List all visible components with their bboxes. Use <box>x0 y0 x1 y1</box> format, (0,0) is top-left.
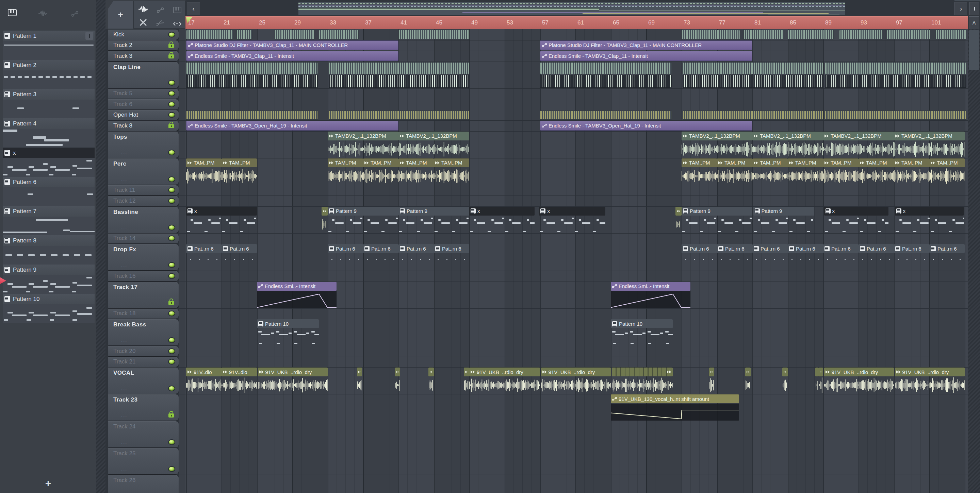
pattern-clip[interactable]: x <box>895 207 964 233</box>
pattern-clip[interactable]: Pat..rn 6 <box>363 244 398 270</box>
pattern-clip[interactable]: Pat..rn 6 <box>328 244 363 270</box>
slide-tool-icon[interactable] <box>154 18 166 28</box>
pattern-clip[interactable]: Pattern 9 <box>398 207 469 233</box>
pattern-strip-clip[interactable] <box>825 111 966 120</box>
pattern-item-pattern-2[interactable]: Pattern 2 <box>3 60 95 89</box>
pattern-clip[interactable]: x <box>469 207 535 233</box>
scroll-left-button[interactable]: ‹ <box>187 2 200 15</box>
mute-led[interactable] <box>168 101 175 107</box>
scroll-up-button[interactable]: ˄ <box>969 16 979 29</box>
vertical-scroll-area[interactable] <box>968 29 980 493</box>
scroll-right-button[interactable]: › <box>955 2 967 15</box>
track-header-kick[interactable]: Kick <box>108 30 179 40</box>
corner-marker-button[interactable] <box>969 2 979 15</box>
vertical-scrollbar-thumb[interactable] <box>969 30 979 70</box>
clap-pattern-clip[interactable] <box>825 62 966 74</box>
lock-icon[interactable] <box>169 414 174 417</box>
mute-led[interactable] <box>168 150 175 155</box>
pattern-clip[interactable]: Pat..rn 6 <box>682 244 717 270</box>
audio-clip[interactable]: 91V_UKB_..rdio_dry <box>258 368 328 394</box>
audio-clip[interactable]: 91V..dio <box>221 368 257 394</box>
clap-transients-clip[interactable] <box>329 75 469 88</box>
pattern-item-pattern-10[interactable]: Pattern 10 <box>3 294 95 323</box>
pattern-clip[interactable]: x <box>539 207 605 233</box>
audio-slice-clip[interactable] <box>745 368 751 394</box>
audio-clip[interactable]: TAM..PM <box>434 159 469 185</box>
add-pattern-button[interactable]: + <box>0 474 96 493</box>
pattern-strip-clip[interactable] <box>540 111 672 120</box>
pattern-clip[interactable]: Pat..rn 6 <box>823 244 859 270</box>
audio-clip[interactable]: TAMBV2_..1_132BPM <box>398 132 469 158</box>
automation-clip[interactable]: Endless Smi..- Intensit <box>257 282 337 308</box>
audio-slice-clip[interactable] <box>464 368 469 394</box>
audio-clip[interactable]: TAM..PM <box>398 159 434 185</box>
mute-led[interactable] <box>168 187 175 193</box>
mute-led[interactable] <box>168 225 175 230</box>
track-header-track-16[interactable]: Track 16 <box>108 271 179 281</box>
pattern-item-pattern-3[interactable]: Pattern 3 <box>3 89 95 118</box>
clap-transients-clip[interactable] <box>682 75 823 88</box>
automation-link-clip[interactable]: Endless Smile - TAMBV3_Clap_11 - Intensi… <box>540 51 752 61</box>
audio-clip[interactable]: TAM..PM <box>859 159 894 185</box>
timeline-ruler[interactable]: 1721252933374145495357616569737781858993… <box>185 16 968 29</box>
audio-clip[interactable]: TAM..PM <box>682 159 717 185</box>
audio-slice-clip[interactable] <box>782 368 788 394</box>
pattern-strip-clip[interactable] <box>329 111 469 120</box>
automation-link-clip[interactable]: Endless Smile - TAMBV3_Open_Hat_19 - Int… <box>186 121 398 130</box>
track-header-track-5[interactable]: Track 5 <box>108 89 179 99</box>
lock-icon[interactable] <box>169 54 174 59</box>
mute-led[interactable] <box>168 311 175 317</box>
pattern-clip[interactable]: x <box>824 207 889 233</box>
audio-slice-clip[interactable] <box>815 368 819 394</box>
audio-clip[interactable]: 91V_UKB_..rdio_dry <box>824 368 894 394</box>
clap-transients-clip[interactable] <box>540 75 672 88</box>
pattern-focus-badge[interactable] <box>86 32 93 40</box>
pattern-item-pattern-9[interactable]: Pattern 9 <box>3 265 95 294</box>
mute-led[interactable] <box>168 80 175 86</box>
pattern-item-x[interactable]: x <box>3 147 95 177</box>
horizontal-zoom-icon[interactable] <box>171 19 183 29</box>
audio-clip[interactable]: TAM..PM <box>894 159 929 185</box>
track-header-drop-fx[interactable]: Drop Fx... <box>108 244 179 270</box>
link-icon[interactable] <box>69 9 81 19</box>
piano-roll-tool-icon[interactable] <box>171 5 183 15</box>
clap-pattern-clip[interactable] <box>329 62 469 74</box>
pattern-clip[interactable]: Pattern 9 <box>328 207 398 233</box>
audio-clip[interactable]: TAMBV2_..1_132BPM <box>894 132 965 158</box>
audio-slice-clip[interactable] <box>428 368 434 394</box>
pattern-clip[interactable]: Pat..rn 6 <box>221 244 257 270</box>
audio-clip[interactable]: TAMBV2_..1_132BPM <box>328 132 398 158</box>
clap-transients-clip[interactable] <box>186 75 318 88</box>
pattern-strip-clip[interactable] <box>788 30 834 40</box>
mute-led[interactable] <box>168 466 175 472</box>
pattern-item-pattern-4[interactable]: Pattern 4 <box>3 118 95 147</box>
audio-clip[interactable]: 91V_UKB_..rdio_dry <box>469 368 540 394</box>
pattern-clip[interactable]: Pat..rn 6 <box>788 244 823 270</box>
pattern-clip[interactable]: Pat..rn 6 <box>752 244 788 270</box>
mute-led[interactable] <box>168 236 175 241</box>
pattern-strip-clip[interactable] <box>237 30 253 40</box>
pattern-strip-clip[interactable] <box>935 30 966 40</box>
pattern-clip[interactable]: x <box>186 207 257 233</box>
automation-clip[interactable]: 91V_UKB_130_vocal_h..nt shift amount <box>611 395 739 420</box>
clap-pattern-clip[interactable] <box>186 62 318 74</box>
automation-link-clip[interactable]: Endless Smile - TAMBV3_Clap_11 - Intensi… <box>186 51 398 61</box>
automation-link-clip[interactable]: Platone Studio DJ Filter - TAMBV3_Clap_1… <box>186 40 398 50</box>
automation-link-clip[interactable]: Platone Studio DJ Filter - TAMBV3_Clap_1… <box>540 40 752 50</box>
track-header-track-24[interactable]: Track 24... <box>108 421 179 447</box>
pattern-strip-clip[interactable] <box>275 30 314 40</box>
pattern-item-pattern-7[interactable]: Pattern 7 <box>3 206 95 235</box>
track-header-track-25[interactable]: Track 25... <box>108 448 179 474</box>
mute-led[interactable] <box>168 112 175 118</box>
mute-led[interactable] <box>168 262 175 268</box>
horizontal-scrollbar-thumb[interactable] <box>298 2 845 15</box>
mute-led[interactable] <box>168 337 175 343</box>
sliced-vocal-clip[interactable] <box>612 368 673 394</box>
mute-led[interactable] <box>168 439 175 445</box>
track-header-track-26[interactable]: Track 26... <box>108 475 179 493</box>
pattern-strip-clip[interactable] <box>682 111 823 120</box>
track-header-perc[interactable]: Perc... <box>108 159 179 185</box>
lock-icon[interactable] <box>169 124 174 128</box>
track-header-track-18[interactable]: Track 18 <box>108 309 179 319</box>
pattern-item-pattern-8[interactable]: Pattern 8 <box>3 235 95 265</box>
